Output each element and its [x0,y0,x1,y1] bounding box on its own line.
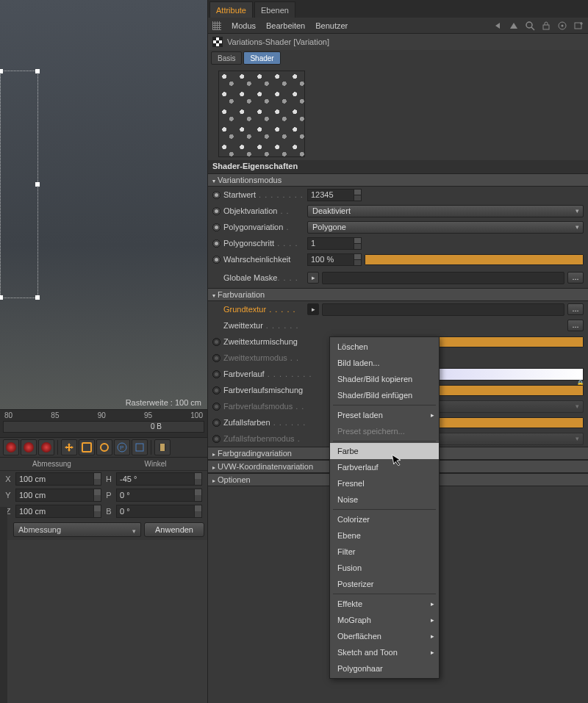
ctx-oberflaechen[interactable]: Oberflächen [330,628,439,644]
size-x-field[interactable]: 100 cm [15,472,101,486]
grundtextur-menu[interactable]: ▸ [307,303,319,315]
viewport-grid-label: Rasterweite : 100 cm [126,398,201,407]
ctx-mograph[interactable]: MoGraph [330,612,439,628]
radio-farbverlauf[interactable] [212,370,220,378]
record-button-1[interactable] [3,439,19,455]
record-button-2[interactable] [21,439,37,455]
svg-text:P: P [120,444,123,451]
viewport-3d[interactable]: Rasterweite : 100 cm [0,0,207,409]
grundtextur-field[interactable] [322,303,564,316]
angle-p-field[interactable]: 0 ° [116,489,202,502]
menu-bearbeiten[interactable]: Bearbeiten [266,21,305,30]
radio-fvmodus [212,403,220,411]
extra-tool[interactable] [132,439,148,455]
ctx-noise[interactable]: Noise [330,491,439,508]
timeline-track[interactable]: 0 B [3,421,204,433]
radio-zweitmodus [212,354,220,362]
radio-objektvar[interactable] [212,207,220,215]
ctx-ebene[interactable]: Ebene [330,527,439,544]
handle-tl[interactable] [0,69,3,73]
ctx-preset-laden[interactable]: Preset laden [330,407,439,423]
startwert-field[interactable]: 12345 [307,189,362,201]
radio-startwert[interactable] [212,191,220,199]
ctx-kopieren[interactable]: Shader/Bild kopieren [330,371,439,387]
back-icon[interactable] [492,21,503,31]
ctx-loeschen[interactable]: Löschen [330,339,439,355]
radio-zweitmisch[interactable] [212,338,220,346]
ctx-colorizer[interactable]: Colorizer [330,511,439,527]
ctx-polygonhaar[interactable]: Polygonhaar [330,660,439,677]
handle-mr[interactable] [35,182,40,187]
grundtextur-browse[interactable]: ... [567,303,584,315]
globmask-browse[interactable]: ... [567,272,584,284]
radio-fvmisch[interactable] [212,386,220,394]
polyvar-combo[interactable]: Polygone [307,221,584,234]
target-icon[interactable] [557,21,567,31]
size-y-field[interactable]: 100 cm [15,489,101,502]
svg-rect-16 [213,37,216,40]
ctx-farbverlauf[interactable]: Farbverlauf [330,459,439,475]
ctx-fusion[interactable]: Fusion [330,560,439,576]
axis-x-label: X [3,475,13,483]
wahr-field[interactable]: 100 % [307,253,362,266]
svg-point-0 [101,444,108,451]
scale-tool[interactable] [79,439,95,455]
zweittextur-browse[interactable]: ... [567,320,584,331]
radio-zufallmodus [212,435,220,443]
attr-menubar: Modus Bearbeiten Benutzer [208,18,588,34]
radio-polystep[interactable] [212,239,220,248]
ctx-fresnel[interactable]: Fresnel [330,475,439,491]
coord-mode-dropdown[interactable]: Abmessung [13,522,141,537]
new-window-icon[interactable] [573,21,584,31]
ctx-posterizer[interactable]: Posterizer [330,576,439,592]
subtab-shader[interactable]: Shader [243,51,280,65]
ctx-preset-speichern: Preset speichern... [330,423,439,439]
move-tool[interactable] [61,439,77,455]
label-fvmodus: Farbverlaufsmodus . . [223,402,326,411]
record-button-3[interactable] [38,439,54,455]
up-icon[interactable] [509,21,519,31]
ctx-sketch[interactable]: Sketch and Toon [330,644,439,660]
handle-bl[interactable] [0,295,3,300]
lock-icon[interactable] [541,21,551,31]
menu-benutzer[interactable]: Benutzer [315,21,348,30]
radio-wahr[interactable] [212,256,220,264]
tab-ebenen[interactable]: Ebenen [254,1,295,18]
search-icon[interactable] [525,21,535,31]
wahr-slider[interactable] [365,254,584,265]
handle-tr[interactable] [35,69,40,73]
ctx-farbe[interactable]: Farbe [330,443,439,459]
group-farbvariation[interactable]: Farbvariation [208,288,588,301]
param-tool[interactable]: P [114,439,130,455]
polystep-field[interactable]: 1 [307,237,362,250]
shader-icon [212,37,223,47]
rotate-tool[interactable] [96,439,112,455]
selection-box[interactable] [0,71,38,298]
timeline[interactable]: 80 85 90 95 100 0 B [0,409,207,437]
angle-b-field[interactable]: 0 ° [116,505,202,518]
ctx-filter[interactable]: Filter [330,544,439,560]
menu-modus[interactable]: Modus [232,21,256,30]
ctx-bild-laden[interactable]: Bild laden... [330,355,439,371]
objektvar-combo[interactable]: Deaktiviert [307,205,584,217]
size-z-field[interactable]: 100 cm [15,505,101,518]
group-variationsmodus[interactable]: Variantionsmodus [208,173,588,187]
globmask-field[interactable] [322,272,564,284]
grid-icon[interactable] [212,21,221,30]
film-tool[interactable] [154,439,171,455]
radio-zufall[interactable] [212,419,220,427]
label-wahr: Wahrscheinlichkeit [223,255,304,264]
radio-polyvar[interactable] [212,223,220,231]
ctx-effekte[interactable]: Effekte [330,596,439,612]
tab-attribute[interactable]: Attribute [209,1,253,18]
handle-br[interactable] [35,295,40,300]
ctx-einfuegen[interactable]: Shader/Bild einfügen [330,387,439,403]
coord-head-angle: Winkel [104,458,207,470]
globmask-menu[interactable]: ▸ [307,272,319,284]
subtab-basis[interactable]: Basis [211,51,242,65]
shader-preview[interactable] [218,71,305,157]
svg-line-8 [531,27,534,30]
label-zweitmodus: Zweittexturmodus . . [223,353,326,362]
angle-h-field[interactable]: -45 ° [116,472,202,486]
apply-button[interactable]: Anwenden [144,522,204,537]
